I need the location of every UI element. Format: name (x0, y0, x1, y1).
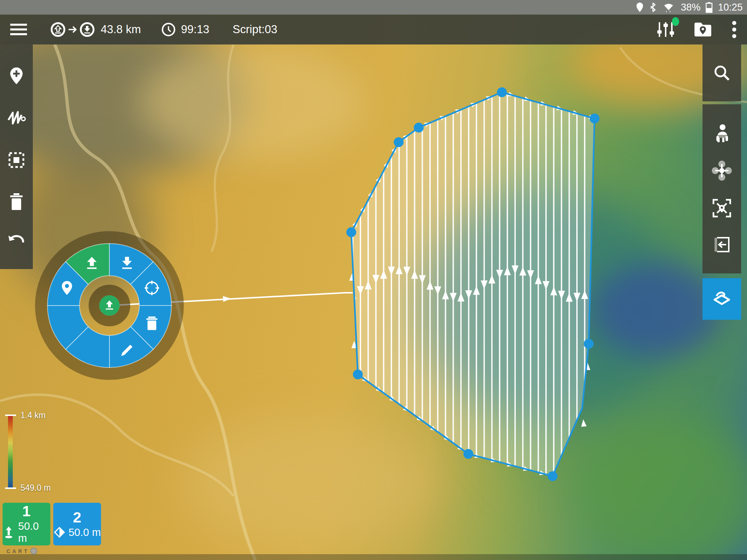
drone-icon (712, 160, 732, 181)
operator-icon (713, 124, 731, 143)
delete-icon (146, 316, 157, 330)
waypoint-card-1[interactable]: 1 50.0 m (3, 503, 50, 545)
battery-percent: 38% (681, 2, 700, 13)
undo-button[interactable] (7, 234, 26, 247)
connector-arrow (223, 296, 231, 302)
clock-icon (161, 22, 176, 37)
app-toolbar: 43.8 km 99:13 Script:03 (0, 15, 747, 44)
route-distance-indicator[interactable] (50, 22, 95, 37)
survey-vertex-handle[interactable] (414, 123, 424, 133)
bottom-shade (0, 554, 747, 560)
script-label[interactable]: Script:03 (233, 23, 277, 36)
survey-area-icon (8, 151, 25, 169)
menu-button[interactable] (10, 23, 27, 36)
route-distance-value: 43.8 km (101, 23, 141, 36)
carto-o-icon (30, 548, 37, 555)
edit-toolbar (0, 44, 33, 269)
survey-area-button[interactable] (8, 151, 25, 169)
location-icon (635, 2, 644, 13)
survey-vertex-handle[interactable] (590, 114, 600, 124)
search-panel (703, 44, 741, 101)
legend-min-label: 549.0 m (20, 483, 51, 493)
waypoint-number: 2 (73, 510, 81, 525)
overflow-menu-button[interactable] (732, 20, 737, 39)
landing-circle-icon (80, 22, 95, 37)
takeoff-icon (3, 526, 15, 539)
survey-vertex-handle[interactable] (584, 339, 594, 349)
drone-button[interactable] (712, 160, 732, 181)
mission-folder-button[interactable] (693, 21, 713, 38)
fit-to-location-button[interactable] (712, 198, 732, 218)
survey-segment-icon (54, 526, 65, 538)
route-profile-button[interactable] (7, 109, 26, 127)
add-waypoint-button[interactable] (8, 67, 25, 85)
layers-button[interactable] (712, 289, 732, 309)
arrow-right-icon (68, 25, 77, 34)
waypoint-altitude: 50.0 m (18, 520, 50, 544)
survey-area-fill[interactable] (351, 92, 595, 476)
mission-folder-icon (693, 21, 713, 38)
survey-vertex-handle[interactable] (347, 228, 356, 237)
mission-time-value: 99:13 (181, 23, 209, 36)
survey-vertex-handle[interactable] (394, 137, 404, 147)
search-button[interactable] (713, 64, 731, 82)
view-toolbar (703, 104, 741, 273)
route-arrow (581, 419, 587, 427)
delete-icon (9, 193, 24, 210)
legend-tick-max (5, 415, 16, 416)
search-icon (713, 64, 731, 82)
waypoint-number: 1 (22, 504, 31, 519)
bluetooth-icon (649, 2, 657, 13)
waypoint-card-2[interactable]: 2 50.0 m (53, 503, 101, 545)
add-waypoint-pin-icon (8, 67, 25, 85)
mission-time-indicator[interactable]: 99:13 (161, 22, 209, 37)
takeoff-circle-icon (50, 22, 66, 37)
menu-icon (10, 23, 27, 36)
operator-button[interactable] (713, 124, 731, 143)
survey-vertex-handle[interactable] (353, 370, 363, 380)
fit-to-location-icon (712, 198, 732, 218)
elevation-gradient-bar (8, 415, 13, 488)
legend-tick-min (5, 487, 16, 489)
telemetry-status-dot (672, 17, 679, 26)
wifi-icon (662, 1, 676, 13)
survey-vertex-handle[interactable] (548, 471, 558, 481)
undo-icon (7, 234, 26, 247)
survey-vertex-handle[interactable] (464, 449, 473, 459)
overflow-menu-icon (732, 20, 737, 39)
collapse-panel-icon (714, 236, 730, 254)
elevation-legend: 1.4 km 549.0 m (5, 410, 100, 498)
clock-time: 10:25 (718, 2, 743, 13)
waypoint-radial-menu[interactable] (32, 228, 187, 383)
legend-max-label: 1.4 km (20, 411, 46, 420)
layers-panel (703, 278, 741, 320)
android-status-bar: 38% 10:25 (0, 0, 747, 15)
layers-icon (712, 289, 732, 309)
attribution-text: CART (7, 548, 30, 554)
telemetry-sliders-icon (657, 20, 674, 39)
battery-icon (705, 1, 713, 13)
delete-button[interactable] (9, 193, 24, 210)
telemetry-button[interactable] (657, 20, 674, 39)
map-attribution: CART (7, 548, 37, 555)
collapse-panel-button[interactable] (714, 236, 730, 254)
app-screen: 38% 10:25 43.8 km (0, 0, 747, 560)
survey-vertex-handle[interactable] (497, 88, 507, 97)
route-profile-icon (7, 109, 26, 127)
waypoint-altitude: 50.0 m (69, 526, 101, 538)
